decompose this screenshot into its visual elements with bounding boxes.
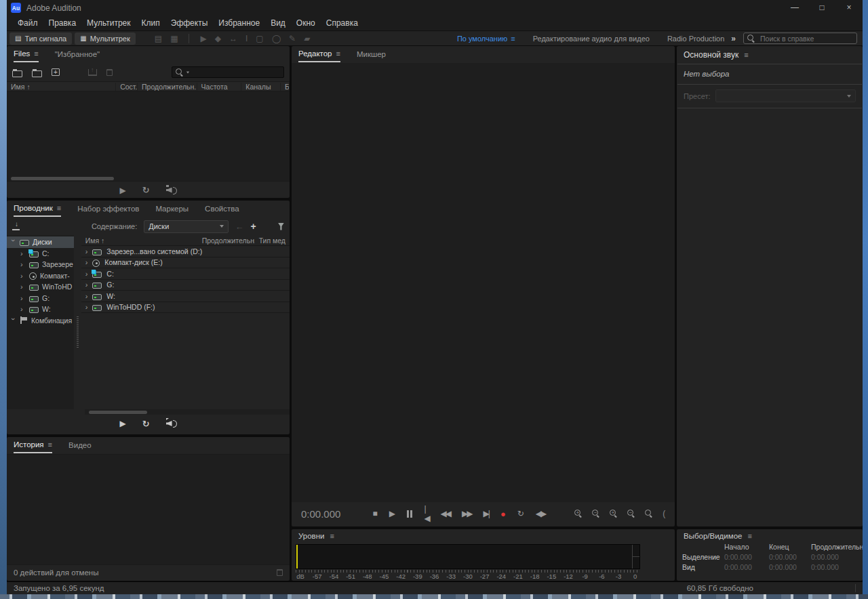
panel-menu-icon[interactable]: ≡ [744,51,748,59]
column-media-type[interactable]: Тип мед [255,236,290,245]
tree-item-drives[interactable]: › Диски [7,236,74,248]
minimize-button[interactable]: — [781,0,808,16]
menu-window[interactable]: Окно [291,16,321,30]
workspace-menu-icon[interactable]: ≡ [511,35,515,43]
preview-play-icon[interactable]: ▶ [119,186,125,195]
menu-help[interactable]: Справка [321,16,363,30]
chevron-down-icon[interactable]: › [9,318,18,323]
search-options-caret-icon[interactable] [186,71,189,73]
chevron-right-icon[interactable]: › [20,305,26,313]
column-duration[interactable]: Продолжительн... [198,236,255,245]
level-meter[interactable] [296,544,640,569]
files-search-box[interactable] [172,66,284,78]
column-channels[interactable]: Каналы [241,83,281,91]
tree-item-reserved[interactable]: › Зарезере [16,259,74,270]
timecode-display[interactable]: 0:00.000 [301,508,340,520]
record-button[interactable]: ● [500,509,506,519]
panel-menu-icon[interactable]: ≡ [747,532,751,540]
move-to-start-button[interactable]: |◀ [424,504,429,523]
clear-history-trash-icon[interactable] [277,569,283,576]
tree-splitter-grip[interactable] [74,235,81,409]
drive-row-f[interactable]: › WinToHDD (F:) [81,302,290,314]
selection-start-value[interactable]: 0:00.000 [724,553,769,561]
selection-end-value[interactable]: 0:00.000 [769,553,811,561]
filter-funnel-icon[interactable] [278,223,284,230]
tab-favorites[interactable]: "Избранное" [55,47,100,62]
zoom-in-horizontal-icon[interactable]: + [610,510,618,518]
zoom-out-horizontal-icon[interactable]: − [627,510,635,518]
chevron-right-icon[interactable]: › [20,260,26,268]
waveform-view-button[interactable]: ▤ Тип сигнала [9,33,72,45]
help-search-box[interactable] [743,33,857,44]
tab-editor[interactable]: Редактор ≡ [298,47,340,62]
chevron-right-icon[interactable]: › [85,292,88,300]
workspace-overflow-icon[interactable]: » [731,34,735,43]
slip-tool-icon[interactable]: ↔ [229,34,237,43]
menu-edit[interactable]: Правка [43,16,82,30]
paintbrush-tool-icon[interactable]: ✎ [289,34,296,43]
import-file-icon[interactable] [32,70,42,77]
tree-item-combination[interactable]: › Комбинация [7,315,74,327]
panel-menu-icon[interactable]: ≡ [330,532,334,540]
view-end-value[interactable]: 0:00.000 [769,563,811,571]
autoplay-speaker-icon[interactable] [166,419,177,427]
waveform-display-icon[interactable]: ▤ [155,34,162,43]
tree-item-w[interactable]: › W: [16,304,74,315]
panel-menu-icon[interactable]: ≡ [48,438,52,452]
close-button[interactable]: × [835,0,863,16]
tab-media-browser[interactable]: Проводник ≡ [14,201,61,217]
preview-autoplay-wrap[interactable] [166,417,177,430]
preview-loop-icon[interactable]: ↻ [142,419,150,429]
chevron-right-icon[interactable]: › [85,247,88,255]
stop-button[interactable]: ■ [372,509,377,518]
tab-effects-rack[interactable]: Набор эффектов [77,201,139,217]
panel-menu-icon[interactable]: ≡ [57,201,61,215]
chevron-right-icon[interactable]: › [20,283,26,291]
tab-properties[interactable]: Свойства [205,201,239,217]
panel-menu-icon[interactable]: ≡ [336,47,340,61]
skip-selection-button[interactable]: ◀▶ [536,509,545,518]
menu-view[interactable]: Вид [265,16,291,30]
back-icon[interactable]: ← [235,222,244,232]
help-search-input[interactable] [759,34,847,43]
spot-healing-brush-tool-icon[interactable]: ▰ [304,34,310,43]
files-hscrollbar[interactable] [7,175,290,181]
column-name[interactable]: Имя ↑ [81,236,198,245]
tab-mixer[interactable]: Микшер [357,47,386,62]
autoplay-speaker-icon[interactable] [166,186,177,194]
files-list-empty[interactable] [7,91,290,175]
drive-row-g[interactable]: › G: [81,280,290,291]
column-duration[interactable]: Продолжительн... [138,83,197,91]
multitrack-view-button[interactable]: ▦ Мультитрек [75,33,136,45]
view-duration-value[interactable]: 0:00.000 [811,563,863,571]
menu-favorites[interactable]: Избранное [213,16,265,30]
play-button[interactable]: ▶ [389,509,395,518]
drive-row-c[interactable]: › C: [81,268,290,280]
tab-history[interactable]: История ≡ [14,438,52,453]
drive-row-w[interactable]: › W: [81,291,290,302]
rewind-button[interactable]: ◀◀ [441,509,450,518]
content-dropdown[interactable]: Диски [144,220,228,233]
drive-row-d[interactable]: › Зарезер...вано системой (D:) [81,246,290,257]
tree-item-g[interactable]: › G: [16,293,74,304]
insert-into-multitrack-icon[interactable] [88,69,97,76]
browser-hscroll-thumb[interactable] [89,411,147,414]
zoom-out-vertical-icon[interactable]: − [592,510,600,518]
column-bitdepth[interactable]: Би [281,83,290,91]
history-list-empty[interactable] [7,454,290,564]
menu-effects[interactable]: Эффекты [165,16,214,30]
tab-video[interactable]: Видео [68,438,92,453]
tree-item-cdrom[interactable]: › Компакт- [16,270,74,282]
column-status[interactable]: Сост... [116,83,138,91]
spectral-display-icon[interactable]: ▦ [170,34,178,43]
files-search-input[interactable] [192,68,273,77]
column-samplerate[interactable]: Частота [197,83,242,91]
files-hscroll-thumb[interactable] [11,177,114,180]
delete-icon[interactable] [106,69,113,76]
tab-markers[interactable]: Маркеры [155,201,189,217]
preset-dropdown[interactable] [715,89,856,102]
move-tool-icon[interactable]: ▶ [200,34,206,43]
move-to-end-button[interactable]: ▶| [484,509,489,518]
pause-button[interactable] [407,510,413,518]
chevron-right-icon[interactable]: › [20,249,26,257]
